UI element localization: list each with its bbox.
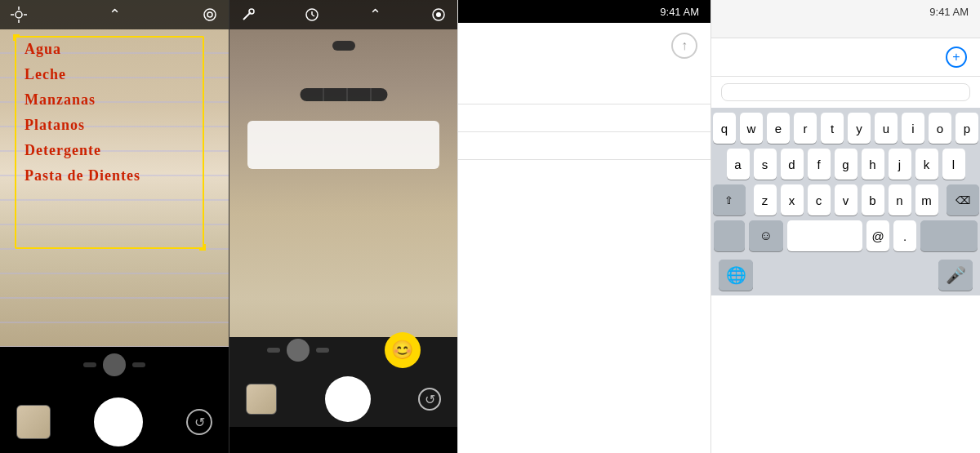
key-q[interactable]: q: [713, 113, 736, 144]
key-a[interactable]: a: [727, 149, 750, 180]
on-screen-keyboard: q w e r t y u i o p a s d f g h j k l ⇧: [711, 108, 980, 295]
key-o[interactable]: o: [929, 113, 951, 144]
key-i[interactable]: i: [902, 113, 924, 144]
keyboard-row-3: ⇧ z x c v b n m ⌫: [714, 184, 978, 215]
key-j[interactable]: j: [889, 149, 911, 180]
key-d[interactable]: d: [781, 149, 804, 180]
chevron-up-icon-2[interactable]: ⌃: [366, 6, 384, 24]
zoom-05[interactable]: [83, 362, 96, 367]
globe-key[interactable]: 🌐: [719, 260, 753, 291]
zoom-1x-2[interactable]: [287, 339, 310, 362]
zoom-05-2[interactable]: [267, 348, 280, 353]
period-key[interactable]: .: [893, 220, 916, 251]
shift-key[interactable]: ⇧: [713, 184, 746, 215]
svg-line-11: [312, 15, 314, 16]
send-button[interactable]: ↑: [671, 33, 697, 59]
key-l[interactable]: l: [942, 149, 965, 180]
email-to-field[interactable]: [458, 77, 710, 104]
zoom-controls-1: [83, 353, 145, 376]
msg-to-field-row[interactable]: +: [711, 38, 980, 77]
key-z[interactable]: z: [754, 184, 777, 215]
wrench-icon[interactable]: [239, 6, 257, 24]
flip-camera-icon[interactable]: ↺: [186, 409, 212, 435]
text-overlay-box: [247, 121, 439, 169]
message-body-preview: [721, 83, 970, 101]
key-r[interactable]: r: [794, 113, 817, 144]
chevron-up-icon[interactable]: ⌃: [105, 6, 123, 24]
key-f[interactable]: f: [808, 149, 831, 180]
keyboard-row-1: q w e r t y u i o p: [714, 113, 978, 144]
camera-controls-1: ↺: [0, 347, 229, 453]
key-n[interactable]: n: [889, 184, 911, 215]
key-s[interactable]: s: [754, 149, 777, 180]
word-detergente-1: Detergente: [24, 142, 140, 159]
email-status-bar: 9:41 AM: [458, 0, 710, 23]
key-k[interactable]: k: [915, 149, 938, 180]
key-t[interactable]: t: [821, 113, 844, 144]
num-key[interactable]: [714, 220, 745, 251]
context-menu: [300, 88, 387, 101]
delete-key[interactable]: ⌫: [947, 184, 979, 215]
word-platanos-1: Platanos: [24, 117, 140, 134]
time-icon[interactable]: [303, 6, 321, 24]
shutter-button-1[interactable]: [94, 397, 143, 446]
copy-button[interactable]: [300, 88, 323, 101]
key-x[interactable]: x: [781, 184, 804, 215]
msg-status-time: 9:41 AM: [929, 6, 969, 18]
key-b[interactable]: b: [862, 184, 884, 215]
space-key[interactable]: [787, 220, 862, 251]
email-nav-bar: ↑: [458, 23, 710, 64]
target-icon[interactable]: [201, 6, 219, 24]
key-e[interactable]: e: [767, 113, 790, 144]
key-m[interactable]: m: [915, 184, 938, 215]
svg-point-6: [207, 12, 212, 17]
key-v[interactable]: v: [835, 184, 858, 215]
word-pasta-1: Pasta de Dientes: [24, 167, 140, 184]
select-all-button[interactable]: [323, 88, 347, 101]
word-manzanas-1: Manzanas: [24, 91, 140, 109]
photo-thumbnail-1[interactable]: [16, 405, 51, 439]
return-key[interactable]: [920, 220, 978, 251]
msg-status-bar: 9:41 AM: [711, 0, 980, 23]
mic-key[interactable]: 🎤: [938, 260, 973, 291]
live-photo-icon[interactable]: [430, 6, 448, 24]
camera-top-bar-2: ⌃: [229, 0, 457, 29]
key-c[interactable]: c: [808, 184, 831, 215]
zoom-1x[interactable]: [103, 353, 126, 376]
settings-icon[interactable]: [10, 6, 28, 24]
msg-to-input[interactable]: [729, 51, 946, 64]
email-subject-field[interactable]: [458, 132, 710, 160]
look-up-button[interactable]: [347, 88, 371, 101]
key-h[interactable]: h: [862, 149, 884, 180]
camera-top-bar-1: ⌃: [0, 0, 229, 29]
shutter-button-2[interactable]: [325, 376, 371, 422]
key-p[interactable]: p: [956, 113, 978, 144]
camera-panel-2: ⌃: [229, 0, 457, 453]
email-cc-field[interactable]: [458, 104, 710, 132]
camera-viewfinder-1: ⌃ Agua Leche Manzanas Platanos Detergent…: [0, 0, 229, 347]
emoji-key[interactable]: ☺: [749, 220, 783, 251]
keyboard-row-2: a s d f g h j k l: [714, 149, 978, 180]
svg-point-13: [436, 12, 441, 17]
keyboard-row-4: ☺ @ .: [714, 220, 978, 251]
zoom-2x[interactable]: [132, 362, 145, 367]
svg-point-5: [204, 9, 216, 20]
at-key[interactable]: @: [866, 220, 889, 251]
word-agua-1: Agua: [24, 41, 140, 58]
email-body[interactable]: [458, 160, 710, 453]
email-compose-panel: 9:41 AM ↑: [457, 0, 710, 453]
handwritten-text-1: Agua Leche Manzanas Platanos Detergente …: [24, 41, 140, 184]
key-u[interactable]: u: [875, 113, 898, 144]
flip-camera-icon-2[interactable]: ↺: [418, 388, 441, 411]
zoom-2x-2[interactable]: [316, 348, 329, 353]
email-compose-title: [458, 64, 710, 77]
key-y[interactable]: y: [848, 113, 871, 144]
camera-bottom-row-1: ↺: [0, 397, 229, 446]
key-g[interactable]: g: [835, 149, 858, 180]
key-w[interactable]: w: [740, 113, 763, 144]
word-leche-1: Leche: [24, 66, 140, 83]
photo-thumbnail-2[interactable]: [246, 384, 277, 415]
add-contact-button[interactable]: +: [946, 47, 967, 68]
text-select-tooltip: [332, 41, 355, 51]
more-button[interactable]: [371, 88, 387, 101]
